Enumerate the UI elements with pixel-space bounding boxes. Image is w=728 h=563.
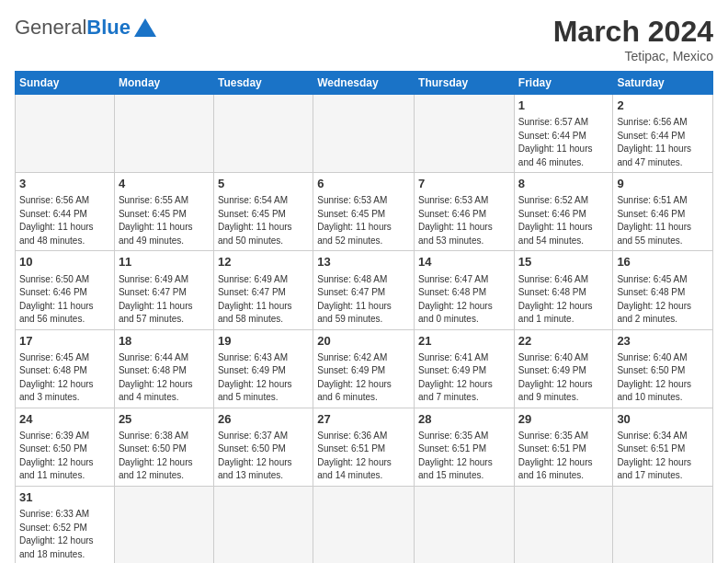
calendar-cell: 16Sunrise: 6:45 AM Sunset: 6:48 PM Dayli… [613,251,713,329]
day-info: Sunrise: 6:45 AM Sunset: 6:48 PM Dayligh… [617,273,709,327]
day-info: Sunrise: 6:34 AM Sunset: 6:51 PM Dayligh… [617,430,709,483]
day-number: 8 [518,176,609,192]
day-number: 6 [317,176,410,192]
calendar-cell [313,486,415,563]
location: Tetipac, Mexico [553,49,713,63]
calendar-cell [114,95,213,173]
calendar-cell: 9Sunrise: 6:51 AM Sunset: 6:46 PM Daylig… [613,173,713,251]
weekday-header-saturday: Saturday [613,72,713,95]
calendar-cell: 25Sunrise: 6:38 AM Sunset: 6:50 PM Dayli… [114,408,213,486]
calendar-cell: 27Sunrise: 6:36 AM Sunset: 6:51 PM Dayli… [313,408,415,486]
day-info: Sunrise: 6:51 AM Sunset: 6:46 PM Dayligh… [617,194,709,247]
calendar-cell: 30Sunrise: 6:34 AM Sunset: 6:51 PM Dayli… [613,408,713,486]
day-info: Sunrise: 6:49 AM Sunset: 6:47 PM Dayligh… [218,273,309,327]
day-number: 31 [19,489,110,506]
day-info: Sunrise: 6:48 AM Sunset: 6:47 PM Dayligh… [317,273,410,327]
calendar-cell [415,486,515,563]
calendar-cell [213,486,313,563]
calendar-cell: 18Sunrise: 6:44 AM Sunset: 6:48 PM Dayli… [114,329,213,408]
day-info: Sunrise: 6:53 AM Sunset: 6:45 PM Dayligh… [317,194,410,247]
day-info: Sunrise: 6:57 AM Sunset: 6:44 PM Dayligh… [518,116,609,169]
calendar-table: SundayMondayTuesdayWednesdayThursdayFrid… [15,71,713,563]
day-info: Sunrise: 6:47 AM Sunset: 6:48 PM Dayligh… [418,273,510,327]
day-info: Sunrise: 6:53 AM Sunset: 6:46 PM Dayligh… [418,194,510,247]
calendar-cell [313,95,415,173]
day-number: 11 [119,254,210,270]
calendar-cell: 23Sunrise: 6:40 AM Sunset: 6:50 PM Dayli… [613,329,713,408]
day-info: Sunrise: 6:33 AM Sunset: 6:52 PM Dayligh… [19,508,110,561]
day-number: 1 [518,98,609,114]
day-number: 16 [617,254,709,270]
calendar-cell: 26Sunrise: 6:37 AM Sunset: 6:50 PM Dayli… [213,408,313,486]
calendar-week-row: 17Sunrise: 6:45 AM Sunset: 6:48 PM Dayli… [16,329,713,408]
day-number: 20 [317,333,410,350]
day-number: 12 [218,254,309,270]
weekday-header-sunday: Sunday [16,72,115,95]
day-info: Sunrise: 6:49 AM Sunset: 6:47 PM Dayligh… [119,273,210,327]
logo-general: General [15,16,86,39]
logo: GeneralBlue [15,15,158,40]
calendar-cell [415,95,515,173]
calendar-cell: 29Sunrise: 6:35 AM Sunset: 6:51 PM Dayli… [514,408,613,486]
day-info: Sunrise: 6:55 AM Sunset: 6:45 PM Dayligh… [119,194,210,247]
calendar-cell: 8Sunrise: 6:52 AM Sunset: 6:46 PM Daylig… [514,173,613,251]
calendar-cell: 13Sunrise: 6:48 AM Sunset: 6:47 PM Dayli… [313,251,415,329]
day-info: Sunrise: 6:39 AM Sunset: 6:50 PM Dayligh… [19,430,110,483]
calendar-cell: 15Sunrise: 6:46 AM Sunset: 6:48 PM Dayli… [514,251,613,329]
day-number: 14 [418,254,510,270]
day-info: Sunrise: 6:52 AM Sunset: 6:46 PM Dayligh… [518,194,609,247]
calendar-cell: 11Sunrise: 6:49 AM Sunset: 6:47 PM Dayli… [114,251,213,329]
calendar-cell: 20Sunrise: 6:42 AM Sunset: 6:49 PM Dayli… [313,329,415,408]
day-info: Sunrise: 6:44 AM Sunset: 6:48 PM Dayligh… [119,351,210,405]
day-info: Sunrise: 6:50 AM Sunset: 6:46 PM Dayligh… [19,273,110,327]
calendar-week-row: 3Sunrise: 6:56 AM Sunset: 6:44 PM Daylig… [16,173,713,251]
day-number: 29 [518,411,609,428]
day-info: Sunrise: 6:36 AM Sunset: 6:51 PM Dayligh… [317,430,410,483]
day-number: 4 [119,176,210,192]
calendar-cell: 2Sunrise: 6:56 AM Sunset: 6:44 PM Daylig… [613,95,713,173]
page-header: GeneralBlue March 2024 Tetipac, Mexico [15,15,713,63]
day-info: Sunrise: 6:46 AM Sunset: 6:48 PM Dayligh… [518,273,609,327]
day-info: Sunrise: 6:40 AM Sunset: 6:50 PM Dayligh… [617,351,709,405]
calendar-cell [213,95,313,173]
calendar-cell: 17Sunrise: 6:45 AM Sunset: 6:48 PM Dayli… [16,329,115,408]
calendar-week-row: 31Sunrise: 6:33 AM Sunset: 6:52 PM Dayli… [16,486,713,563]
calendar-week-row: 24Sunrise: 6:39 AM Sunset: 6:50 PM Dayli… [16,408,713,486]
calendar-cell [16,95,115,173]
day-number: 2 [617,98,709,114]
calendar-cell: 1Sunrise: 6:57 AM Sunset: 6:44 PM Daylig… [514,95,613,173]
logo-text: GeneralBlue [15,16,131,40]
day-number: 17 [19,333,110,350]
day-number: 24 [19,411,110,428]
day-number: 27 [317,411,410,428]
calendar-cell: 19Sunrise: 6:43 AM Sunset: 6:49 PM Dayli… [213,329,313,408]
logo-icon [132,15,158,40]
day-info: Sunrise: 6:40 AM Sunset: 6:49 PM Dayligh… [518,351,609,405]
day-number: 15 [518,254,609,270]
day-info: Sunrise: 6:38 AM Sunset: 6:50 PM Dayligh… [119,430,210,483]
day-info: Sunrise: 6:37 AM Sunset: 6:50 PM Dayligh… [218,430,309,483]
day-number: 7 [418,176,510,192]
title-block: March 2024 Tetipac, Mexico [553,15,713,63]
calendar-cell: 6Sunrise: 6:53 AM Sunset: 6:45 PM Daylig… [313,173,415,251]
calendar-cell: 12Sunrise: 6:49 AM Sunset: 6:47 PM Dayli… [213,251,313,329]
day-number: 25 [119,411,210,428]
day-number: 3 [19,176,110,192]
day-number: 28 [418,411,510,428]
calendar-cell [613,486,713,563]
weekday-header-monday: Monday [114,72,213,95]
svg-marker-0 [134,18,156,37]
calendar-cell: 21Sunrise: 6:41 AM Sunset: 6:49 PM Dayli… [415,329,515,408]
weekday-header-friday: Friday [514,72,613,95]
calendar-week-row: 10Sunrise: 6:50 AM Sunset: 6:46 PM Dayli… [16,251,713,329]
calendar-cell [514,486,613,563]
day-info: Sunrise: 6:56 AM Sunset: 6:44 PM Dayligh… [19,194,110,247]
day-number: 19 [218,333,309,350]
day-number: 5 [218,176,309,192]
calendar-week-row: 1Sunrise: 6:57 AM Sunset: 6:44 PM Daylig… [16,95,713,173]
calendar-cell: 22Sunrise: 6:40 AM Sunset: 6:49 PM Dayli… [514,329,613,408]
calendar-cell: 28Sunrise: 6:35 AM Sunset: 6:51 PM Dayli… [415,408,515,486]
day-info: Sunrise: 6:41 AM Sunset: 6:49 PM Dayligh… [418,351,510,405]
day-info: Sunrise: 6:35 AM Sunset: 6:51 PM Dayligh… [418,430,510,483]
day-info: Sunrise: 6:35 AM Sunset: 6:51 PM Dayligh… [518,430,609,483]
